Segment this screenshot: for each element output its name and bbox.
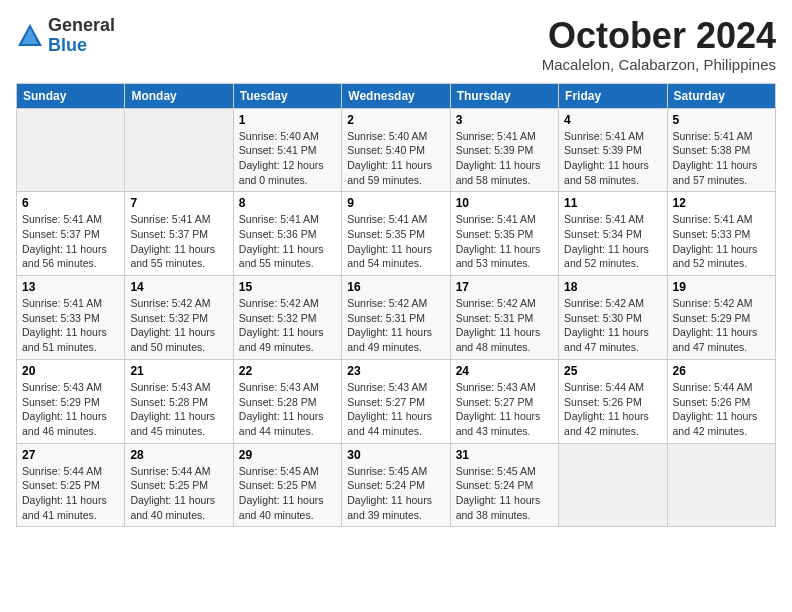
day-info: Sunrise: 5:41 AM Sunset: 5:36 PM Dayligh… (239, 212, 336, 271)
header-row: SundayMondayTuesdayWednesdayThursdayFrid… (17, 83, 776, 108)
day-info: Sunrise: 5:43 AM Sunset: 5:27 PM Dayligh… (347, 380, 444, 439)
day-info: Sunrise: 5:41 AM Sunset: 5:35 PM Dayligh… (347, 212, 444, 271)
logo: General Blue (16, 16, 115, 56)
day-info: Sunrise: 5:43 AM Sunset: 5:28 PM Dayligh… (130, 380, 227, 439)
header-cell-sunday: Sunday (17, 83, 125, 108)
day-info: Sunrise: 5:43 AM Sunset: 5:29 PM Dayligh… (22, 380, 119, 439)
day-number: 6 (22, 196, 119, 210)
day-number: 19 (673, 280, 770, 294)
week-row-2: 6Sunrise: 5:41 AM Sunset: 5:37 PM Daylig… (17, 192, 776, 276)
week-row-3: 13Sunrise: 5:41 AM Sunset: 5:33 PM Dayli… (17, 276, 776, 360)
day-cell: 19Sunrise: 5:42 AM Sunset: 5:29 PM Dayli… (667, 276, 775, 360)
header-cell-monday: Monday (125, 83, 233, 108)
header-cell-saturday: Saturday (667, 83, 775, 108)
day-cell: 31Sunrise: 5:45 AM Sunset: 5:24 PM Dayli… (450, 443, 558, 527)
day-cell: 9Sunrise: 5:41 AM Sunset: 5:35 PM Daylig… (342, 192, 450, 276)
day-info: Sunrise: 5:40 AM Sunset: 5:40 PM Dayligh… (347, 129, 444, 188)
day-number: 14 (130, 280, 227, 294)
day-cell: 2Sunrise: 5:40 AM Sunset: 5:40 PM Daylig… (342, 108, 450, 192)
day-info: Sunrise: 5:41 AM Sunset: 5:39 PM Dayligh… (564, 129, 661, 188)
day-number: 16 (347, 280, 444, 294)
day-cell (125, 108, 233, 192)
day-number: 9 (347, 196, 444, 210)
day-info: Sunrise: 5:43 AM Sunset: 5:28 PM Dayligh… (239, 380, 336, 439)
day-number: 4 (564, 113, 661, 127)
day-info: Sunrise: 5:42 AM Sunset: 5:31 PM Dayligh… (456, 296, 553, 355)
day-info: Sunrise: 5:41 AM Sunset: 5:35 PM Dayligh… (456, 212, 553, 271)
day-number: 13 (22, 280, 119, 294)
day-cell: 30Sunrise: 5:45 AM Sunset: 5:24 PM Dayli… (342, 443, 450, 527)
week-row-1: 1Sunrise: 5:40 AM Sunset: 5:41 PM Daylig… (17, 108, 776, 192)
calendar-body: 1Sunrise: 5:40 AM Sunset: 5:41 PM Daylig… (17, 108, 776, 527)
day-cell: 26Sunrise: 5:44 AM Sunset: 5:26 PM Dayli… (667, 359, 775, 443)
day-number: 11 (564, 196, 661, 210)
header-cell-tuesday: Tuesday (233, 83, 341, 108)
logo-icon (16, 22, 44, 50)
week-row-5: 27Sunrise: 5:44 AM Sunset: 5:25 PM Dayli… (17, 443, 776, 527)
title-block: October 2024 Macalelon, Calabarzon, Phil… (542, 16, 776, 73)
day-number: 26 (673, 364, 770, 378)
month-title: October 2024 (542, 16, 776, 56)
day-info: Sunrise: 5:41 AM Sunset: 5:33 PM Dayligh… (22, 296, 119, 355)
day-number: 27 (22, 448, 119, 462)
day-info: Sunrise: 5:43 AM Sunset: 5:27 PM Dayligh… (456, 380, 553, 439)
day-cell (17, 108, 125, 192)
day-cell: 5Sunrise: 5:41 AM Sunset: 5:38 PM Daylig… (667, 108, 775, 192)
day-cell: 15Sunrise: 5:42 AM Sunset: 5:32 PM Dayli… (233, 276, 341, 360)
day-cell: 27Sunrise: 5:44 AM Sunset: 5:25 PM Dayli… (17, 443, 125, 527)
day-number: 22 (239, 364, 336, 378)
day-number: 28 (130, 448, 227, 462)
day-cell: 12Sunrise: 5:41 AM Sunset: 5:33 PM Dayli… (667, 192, 775, 276)
header-cell-thursday: Thursday (450, 83, 558, 108)
day-number: 23 (347, 364, 444, 378)
header-cell-wednesday: Wednesday (342, 83, 450, 108)
day-cell (667, 443, 775, 527)
calendar-header: SundayMondayTuesdayWednesdayThursdayFrid… (17, 83, 776, 108)
day-cell: 20Sunrise: 5:43 AM Sunset: 5:29 PM Dayli… (17, 359, 125, 443)
day-cell: 18Sunrise: 5:42 AM Sunset: 5:30 PM Dayli… (559, 276, 667, 360)
day-number: 24 (456, 364, 553, 378)
logo-text: General Blue (48, 16, 115, 56)
day-info: Sunrise: 5:41 AM Sunset: 5:38 PM Dayligh… (673, 129, 770, 188)
header-cell-friday: Friday (559, 83, 667, 108)
day-info: Sunrise: 5:44 AM Sunset: 5:26 PM Dayligh… (673, 380, 770, 439)
location-subtitle: Macalelon, Calabarzon, Philippines (542, 56, 776, 73)
day-number: 7 (130, 196, 227, 210)
day-number: 31 (456, 448, 553, 462)
day-number: 1 (239, 113, 336, 127)
day-info: Sunrise: 5:44 AM Sunset: 5:25 PM Dayligh… (130, 464, 227, 523)
week-row-4: 20Sunrise: 5:43 AM Sunset: 5:29 PM Dayli… (17, 359, 776, 443)
day-info: Sunrise: 5:42 AM Sunset: 5:32 PM Dayligh… (130, 296, 227, 355)
day-cell: 7Sunrise: 5:41 AM Sunset: 5:37 PM Daylig… (125, 192, 233, 276)
day-info: Sunrise: 5:45 AM Sunset: 5:24 PM Dayligh… (347, 464, 444, 523)
day-info: Sunrise: 5:45 AM Sunset: 5:25 PM Dayligh… (239, 464, 336, 523)
day-info: Sunrise: 5:42 AM Sunset: 5:32 PM Dayligh… (239, 296, 336, 355)
day-info: Sunrise: 5:41 AM Sunset: 5:39 PM Dayligh… (456, 129, 553, 188)
day-number: 2 (347, 113, 444, 127)
day-cell: 8Sunrise: 5:41 AM Sunset: 5:36 PM Daylig… (233, 192, 341, 276)
page-header: General Blue October 2024 Macalelon, Cal… (16, 16, 776, 73)
day-number: 30 (347, 448, 444, 462)
day-cell: 3Sunrise: 5:41 AM Sunset: 5:39 PM Daylig… (450, 108, 558, 192)
day-number: 29 (239, 448, 336, 462)
day-info: Sunrise: 5:44 AM Sunset: 5:26 PM Dayligh… (564, 380, 661, 439)
calendar-table: SundayMondayTuesdayWednesdayThursdayFrid… (16, 83, 776, 528)
day-info: Sunrise: 5:45 AM Sunset: 5:24 PM Dayligh… (456, 464, 553, 523)
day-cell: 28Sunrise: 5:44 AM Sunset: 5:25 PM Dayli… (125, 443, 233, 527)
day-number: 10 (456, 196, 553, 210)
day-cell (559, 443, 667, 527)
day-cell: 10Sunrise: 5:41 AM Sunset: 5:35 PM Dayli… (450, 192, 558, 276)
day-info: Sunrise: 5:44 AM Sunset: 5:25 PM Dayligh… (22, 464, 119, 523)
day-info: Sunrise: 5:42 AM Sunset: 5:31 PM Dayligh… (347, 296, 444, 355)
day-info: Sunrise: 5:40 AM Sunset: 5:41 PM Dayligh… (239, 129, 336, 188)
logo-blue: Blue (48, 35, 87, 55)
day-cell: 4Sunrise: 5:41 AM Sunset: 5:39 PM Daylig… (559, 108, 667, 192)
day-number: 8 (239, 196, 336, 210)
day-cell: 29Sunrise: 5:45 AM Sunset: 5:25 PM Dayli… (233, 443, 341, 527)
day-cell: 21Sunrise: 5:43 AM Sunset: 5:28 PM Dayli… (125, 359, 233, 443)
day-cell: 16Sunrise: 5:42 AM Sunset: 5:31 PM Dayli… (342, 276, 450, 360)
day-number: 5 (673, 113, 770, 127)
day-info: Sunrise: 5:41 AM Sunset: 5:37 PM Dayligh… (130, 212, 227, 271)
day-cell: 11Sunrise: 5:41 AM Sunset: 5:34 PM Dayli… (559, 192, 667, 276)
day-number: 20 (22, 364, 119, 378)
